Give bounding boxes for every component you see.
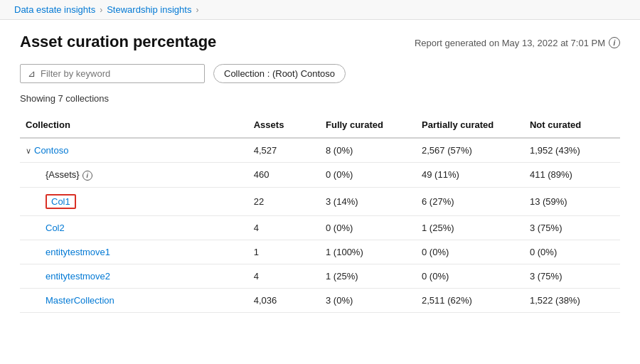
chevron-down-icon: ∨ xyxy=(26,146,31,155)
filter-row: ⊿ Collection : (Root) Contoso xyxy=(20,64,620,83)
assets-info-icon[interactable]: i xyxy=(82,171,92,181)
collection-link[interactable]: Col2 xyxy=(46,223,65,233)
showing-label: Showing 7 collections xyxy=(20,93,620,104)
table-row: Col240 (0%)1 (25%)3 (75%) xyxy=(20,215,620,240)
breadcrumb-stewardship[interactable]: Stewardship insights xyxy=(107,4,191,15)
cell-assets: 4 xyxy=(248,264,320,288)
cell-not: 3 (75%) xyxy=(524,264,620,288)
cell-assets: 4 xyxy=(248,215,320,240)
col-header-assets: Assets xyxy=(248,114,320,138)
table-row: Col1223 (14%)6 (27%)13 (59%) xyxy=(20,187,620,215)
cell-partially: 1 (25%) xyxy=(416,215,524,240)
report-info-icon[interactable]: i xyxy=(609,37,620,48)
cell-partially: 6 (27%) xyxy=(416,187,524,215)
cell-fully: 1 (100%) xyxy=(320,240,416,264)
page-header: Asset curation percentage Report generat… xyxy=(20,33,620,51)
cell-collection: {Assets}i xyxy=(20,163,248,188)
collection-link[interactable]: Col1 xyxy=(51,196,70,207)
cell-partially: 0 (0%) xyxy=(416,240,524,264)
cell-collection: Col2 xyxy=(20,215,248,240)
breadcrumb-data-estate[interactable]: Data estate insights xyxy=(14,4,95,15)
table-row: ∨Contoso4,5278 (0%)2,567 (57%)1,952 (43%… xyxy=(20,138,620,163)
cell-not: 411 (89%) xyxy=(524,163,620,188)
cell-partially: 2,567 (57%) xyxy=(416,138,524,163)
cell-partially: 49 (11%) xyxy=(416,163,524,188)
table-row: entitytestmove111 (100%)0 (0%)0 (0%) xyxy=(20,240,620,264)
collection-link[interactable]: MasterCollection xyxy=(46,295,114,306)
cell-collection: entitytestmove1 xyxy=(20,240,248,264)
cell-fully: 8 (0%) xyxy=(320,138,416,163)
filter-input-wrap[interactable]: ⊿ xyxy=(20,64,205,83)
cell-collection: ∨Contoso xyxy=(20,138,248,163)
cell-not: 1,952 (43%) xyxy=(524,138,620,163)
breadcrumb-bar: Data estate insights › Stewardship insig… xyxy=(0,0,640,20)
main-content: Asset curation percentage Report generat… xyxy=(0,20,640,320)
cell-not: 13 (59%) xyxy=(524,187,620,215)
cell-not: 1,522 (38%) xyxy=(524,288,620,312)
cell-assets: 1 xyxy=(248,240,320,264)
cell-partially: 2,511 (62%) xyxy=(416,288,524,312)
cell-assets: 22 xyxy=(248,187,320,215)
report-generated-text: Report generated on May 13, 2022 at 7:01… xyxy=(415,38,605,48)
collection-link[interactable]: Contoso xyxy=(34,145,68,156)
cell-not: 3 (75%) xyxy=(524,215,620,240)
page-title: Asset curation percentage xyxy=(20,33,216,51)
col-header-fully: Fully curated xyxy=(320,114,416,138)
cell-not: 0 (0%) xyxy=(524,240,620,264)
cell-assets: 460 xyxy=(248,163,320,188)
filter-icon: ⊿ xyxy=(28,68,36,79)
col1-highlight-box[interactable]: Col1 xyxy=(46,194,76,209)
table-row: {Assets}i4600 (0%)49 (11%)411 (89%) xyxy=(20,163,620,188)
col-header-partially: Partially curated xyxy=(416,114,524,138)
cell-collection: entitytestmove2 xyxy=(20,264,248,288)
collection-chip[interactable]: Collection : (Root) Contoso xyxy=(213,64,346,83)
breadcrumb-sep-2: › xyxy=(196,5,198,15)
cell-collection: MasterCollection xyxy=(20,288,248,312)
cell-fully: 3 (0%) xyxy=(320,288,416,312)
col-header-collection: Collection xyxy=(20,114,248,138)
table-row: MasterCollection4,0363 (0%)2,511 (62%)1,… xyxy=(20,288,620,312)
cell-fully: 0 (0%) xyxy=(320,163,416,188)
filter-input[interactable] xyxy=(41,68,197,79)
curation-table: Collection Assets Fully curated Partiall… xyxy=(20,114,620,313)
collection-name: {Assets} xyxy=(46,169,80,180)
col-header-not: Not curated xyxy=(524,114,620,138)
cell-assets: 4,036 xyxy=(248,288,320,312)
cell-fully: 0 (0%) xyxy=(320,215,416,240)
cell-fully: 3 (14%) xyxy=(320,187,416,215)
breadcrumb-sep-1: › xyxy=(100,5,102,15)
collection-link[interactable]: entitytestmove1 xyxy=(46,247,110,257)
cell-collection: Col1 xyxy=(20,187,248,215)
cell-assets: 4,527 xyxy=(248,138,320,163)
cell-partially: 0 (0%) xyxy=(416,264,524,288)
table-row: entitytestmove241 (25%)0 (0%)3 (75%) xyxy=(20,264,620,288)
collection-link[interactable]: entitytestmove2 xyxy=(46,271,110,282)
cell-fully: 1 (25%) xyxy=(320,264,416,288)
report-info: Report generated on May 13, 2022 at 7:01… xyxy=(415,37,620,48)
